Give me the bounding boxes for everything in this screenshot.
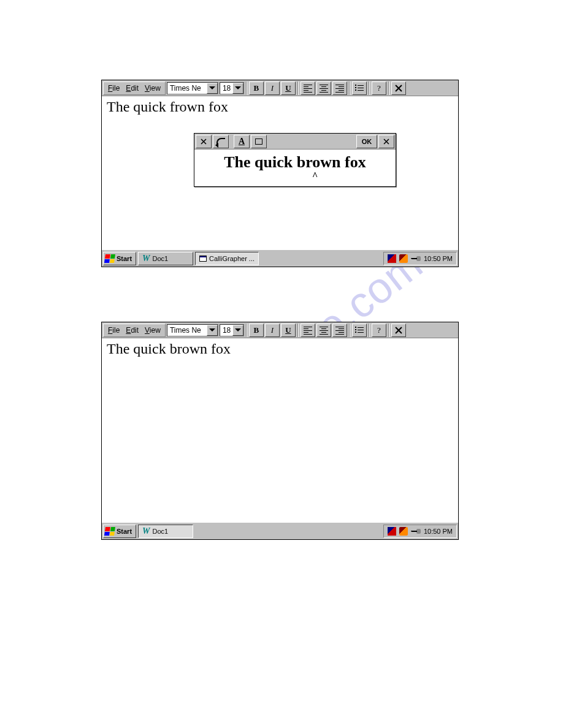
correction-text-mode-button[interactable]: A	[234, 135, 250, 148]
size-dropdown-arrow[interactable]	[232, 83, 243, 94]
bullets-icon	[355, 327, 364, 334]
align-center-icon	[320, 85, 328, 92]
bold-button[interactable]: B	[249, 82, 264, 95]
align-right-button[interactable]	[332, 82, 347, 95]
menu-view[interactable]: View	[142, 325, 164, 336]
font-dropdown-arrow[interactable]	[207, 325, 218, 336]
underline-button[interactable]: U	[281, 82, 296, 95]
size-value: 18	[220, 326, 232, 335]
align-left-button[interactable]	[301, 324, 315, 337]
menu-edit[interactable]: Edit	[123, 325, 142, 336]
taskbar: Start W Doc1 CalliGrapher ... 10:50 PM	[102, 249, 458, 267]
bullets-button[interactable]	[352, 324, 367, 337]
undo-icon	[216, 138, 225, 145]
document-area[interactable]: The quick brown fox	[102, 338, 458, 522]
italic-button[interactable]: I	[265, 82, 280, 95]
tray-power-icon[interactable]	[411, 255, 421, 262]
size-value: 18	[220, 84, 232, 93]
correction-text: The quick brown fox	[224, 153, 366, 171]
close-icon	[383, 138, 389, 145]
separator	[388, 82, 389, 95]
align-center-button[interactable]	[316, 82, 331, 95]
chevron-down-icon	[235, 86, 241, 89]
tray-stylus-icon[interactable]	[399, 527, 408, 536]
windows-logo-icon	[104, 254, 115, 263]
document-text: The quick brown fox	[107, 341, 453, 357]
separator	[388, 324, 389, 337]
text-a-icon: A	[239, 137, 245, 146]
start-button[interactable]: Start	[103, 252, 136, 265]
menu-edit[interactable]: Edit	[123, 83, 142, 94]
menu-file[interactable]: File	[105, 83, 123, 94]
correction-window-button[interactable]	[251, 135, 267, 148]
separator	[369, 82, 370, 95]
font-dropdown[interactable]: Times Ne	[167, 82, 218, 94]
taskbar-doc1[interactable]: W Doc1	[138, 525, 193, 538]
bold-button[interactable]: B	[249, 324, 264, 337]
rectangle-icon	[255, 138, 262, 145]
underline-button[interactable]: U	[281, 324, 296, 337]
correction-toolbar: A OK	[194, 134, 396, 150]
chevron-down-icon	[209, 86, 215, 89]
align-left-icon	[304, 85, 312, 92]
font-value: Times Ne	[167, 84, 207, 93]
correction-undo-button[interactable]	[213, 135, 229, 148]
window-icon	[199, 256, 207, 262]
font-dropdown-arrow[interactable]	[207, 83, 218, 94]
menu-bar: File Edit View	[103, 82, 166, 95]
taskbar-calligrapher-label: CalliGrapher ...	[209, 255, 255, 262]
menu-file[interactable]: File	[105, 325, 123, 336]
close-icon	[394, 84, 403, 93]
correction-popup[interactable]: A OK The quick brown fox ^	[194, 133, 396, 187]
clock: 10:50 PM	[424, 528, 453, 535]
bullets-button[interactable]	[352, 82, 367, 95]
menu-bar: File Edit View	[103, 324, 166, 337]
start-label: Start	[117, 528, 132, 535]
system-tray: 10:50 PM	[383, 525, 457, 538]
size-dropdown[interactable]: 18	[220, 82, 244, 94]
help-button[interactable]: ?	[372, 324, 386, 337]
size-dropdown-arrow[interactable]	[232, 325, 243, 336]
taskbar-doc1-label: Doc1	[153, 528, 169, 535]
align-right-icon	[335, 327, 344, 334]
separator	[246, 82, 247, 95]
font-dropdown[interactable]: Times Ne	[167, 324, 218, 336]
italic-button[interactable]: I	[265, 324, 280, 337]
correction-ok-button[interactable]: OK	[356, 135, 377, 148]
separator	[349, 82, 350, 95]
system-tray: 10:50 PM	[383, 252, 457, 265]
align-right-button[interactable]	[332, 324, 347, 337]
close-button[interactable]	[391, 324, 406, 337]
size-dropdown[interactable]: 18	[220, 324, 244, 336]
editor-window: File Edit View Times Ne 18 B I U ?	[101, 80, 459, 267]
taskbar-calligrapher[interactable]: CalliGrapher ...	[195, 252, 259, 265]
correction-cancel-button[interactable]	[196, 135, 212, 148]
start-label: Start	[117, 255, 132, 262]
correction-text-area[interactable]: The quick brown fox ^	[194, 150, 396, 186]
close-button[interactable]	[391, 82, 406, 95]
tray-stylus-icon[interactable]	[399, 254, 408, 263]
align-left-button[interactable]	[301, 82, 315, 95]
taskbar: Start W Doc1 10:50 PM	[102, 522, 458, 539]
tray-pen-icon[interactable]	[388, 527, 396, 536]
word-icon: W	[142, 254, 150, 264]
menu-view[interactable]: View	[142, 83, 164, 94]
document-area[interactable]: The quick frown fox A OK The quick brown…	[102, 96, 458, 249]
screenshot-before: File Edit View Times Ne 18 B I U ?	[101, 80, 459, 267]
help-button[interactable]: ?	[372, 82, 386, 95]
align-left-icon	[304, 327, 312, 334]
align-center-button[interactable]	[316, 324, 331, 337]
taskbar-doc1[interactable]: W Doc1	[138, 252, 193, 265]
chevron-down-icon	[235, 328, 241, 332]
start-button[interactable]: Start	[103, 525, 136, 538]
bullets-icon	[355, 85, 364, 92]
toolbar: File Edit View Times Ne 18 B I U ?	[102, 80, 458, 96]
tray-power-icon[interactable]	[411, 528, 421, 535]
tray-pen-icon[interactable]	[388, 254, 396, 263]
separator	[349, 324, 350, 337]
screenshot-after: File Edit View Times Ne 18 B I U ?	[101, 322, 459, 540]
correction-close-button[interactable]	[378, 135, 394, 148]
close-icon	[200, 138, 207, 145]
taskbar-doc1-label: Doc1	[153, 255, 169, 262]
editor-window: File Edit View Times Ne 18 B I U ?	[101, 322, 459, 540]
